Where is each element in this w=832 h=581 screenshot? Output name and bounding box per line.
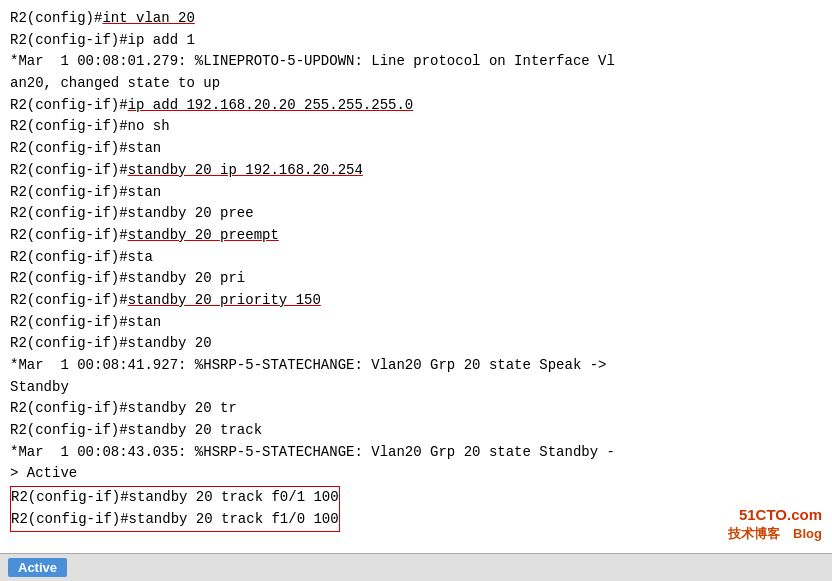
line-21: *Mar 1 00:08:43.035: %HSRP-5-STATECHANGE… <box>10 442 822 464</box>
line-7: R2(config-if)#stan <box>10 138 822 160</box>
boxed-commands: R2(config-if)#standby 20 track f0/1 100 … <box>10 486 340 531</box>
line-1: R2(config)#int vlan 20 <box>10 8 822 30</box>
line-3: *Mar 1 00:08:01.279: %LINEPROTO-5-UPDOWN… <box>10 51 822 73</box>
line-17: *Mar 1 00:08:41.927: %HSRP-5-STATECHANGE… <box>10 355 822 377</box>
watermark-site: 51CTO.com <box>728 504 822 525</box>
line-6: R2(config-if)#no sh <box>10 116 822 138</box>
status-active-badge: Active <box>8 558 67 577</box>
line-11: R2(config-if)#standby 20 preempt <box>10 225 822 247</box>
watermark-tagline: 技术博客 Blog <box>728 525 822 543</box>
line-12: R2(config-if)#sta <box>10 247 822 269</box>
line-10: R2(config-if)#standby 20 pree <box>10 203 822 225</box>
line-16: R2(config-if)#standby 20 <box>10 333 822 355</box>
status-bar: Active <box>0 553 832 581</box>
line-2: R2(config-if)#ip add 1 <box>10 30 822 52</box>
line-9: R2(config-if)#stan <box>10 182 822 204</box>
terminal-content: R2(config)#int vlan 20 R2(config-if)#ip … <box>10 8 822 532</box>
line-22: > Active <box>10 463 822 485</box>
watermark: 51CTO.com 技术博客 Blog <box>728 504 822 543</box>
line-19: R2(config-if)#standby 20 tr <box>10 398 822 420</box>
terminal-window: R2(config)#int vlan 20 R2(config-if)#ip … <box>0 0 832 581</box>
line-23: R2(config-if)#standby 20 track f0/1 100 <box>11 487 339 509</box>
line-5: R2(config-if)#ip add 192.168.20.20 255.2… <box>10 95 822 117</box>
line-20: R2(config-if)#standby 20 track <box>10 420 822 442</box>
line-14: R2(config-if)#standby 20 priority 150 <box>10 290 822 312</box>
line-13: R2(config-if)#standby 20 pri <box>10 268 822 290</box>
line-4: an20, changed state to up <box>10 73 822 95</box>
line-24: R2(config-if)#standby 20 track f1/0 100 <box>11 509 339 531</box>
line-15: R2(config-if)#stan <box>10 312 822 334</box>
line-8: R2(config-if)#standby 20 ip 192.168.20.2… <box>10 160 822 182</box>
line-18: Standby <box>10 377 822 399</box>
